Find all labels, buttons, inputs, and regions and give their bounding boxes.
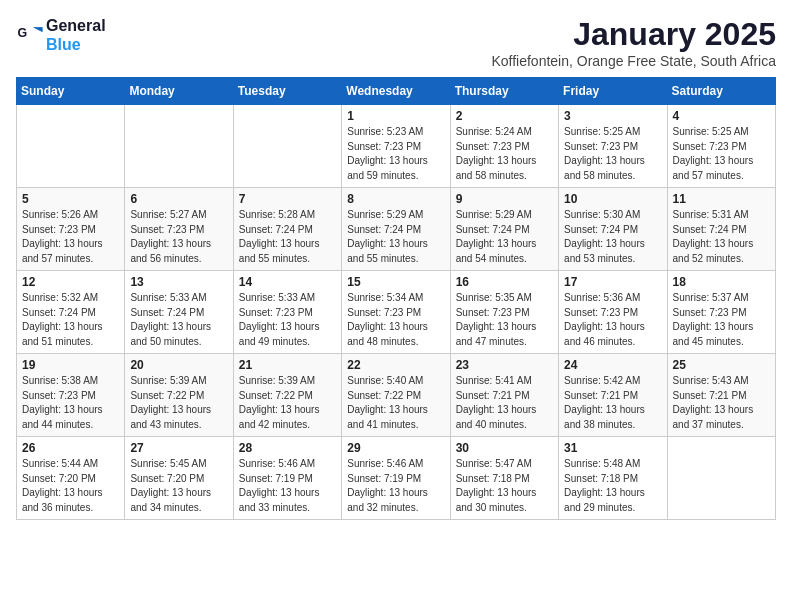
weekday-header: Monday xyxy=(125,78,233,105)
calendar-cell: 5Sunrise: 5:26 AM Sunset: 7:23 PM Daylig… xyxy=(17,188,125,271)
calendar-cell: 14Sunrise: 5:33 AM Sunset: 7:23 PM Dayli… xyxy=(233,271,341,354)
calendar-cell: 22Sunrise: 5:40 AM Sunset: 7:22 PM Dayli… xyxy=(342,354,450,437)
calendar-cell: 21Sunrise: 5:39 AM Sunset: 7:22 PM Dayli… xyxy=(233,354,341,437)
calendar-cell: 7Sunrise: 5:28 AM Sunset: 7:24 PM Daylig… xyxy=(233,188,341,271)
day-number: 1 xyxy=(347,109,444,123)
day-number: 31 xyxy=(564,441,661,455)
day-number: 6 xyxy=(130,192,227,206)
day-number: 17 xyxy=(564,275,661,289)
svg-marker-2 xyxy=(33,27,42,32)
calendar-cell xyxy=(17,105,125,188)
day-info: Sunrise: 5:32 AM Sunset: 7:24 PM Dayligh… xyxy=(22,291,119,349)
calendar-cell: 17Sunrise: 5:36 AM Sunset: 7:23 PM Dayli… xyxy=(559,271,667,354)
calendar-cell: 12Sunrise: 5:32 AM Sunset: 7:24 PM Dayli… xyxy=(17,271,125,354)
calendar-cell: 30Sunrise: 5:47 AM Sunset: 7:18 PM Dayli… xyxy=(450,437,558,520)
weekday-header: Sunday xyxy=(17,78,125,105)
calendar-cell: 19Sunrise: 5:38 AM Sunset: 7:23 PM Dayli… xyxy=(17,354,125,437)
day-number: 11 xyxy=(673,192,770,206)
calendar-week-row: 1Sunrise: 5:23 AM Sunset: 7:23 PM Daylig… xyxy=(17,105,776,188)
calendar-cell: 3Sunrise: 5:25 AM Sunset: 7:23 PM Daylig… xyxy=(559,105,667,188)
weekday-header: Tuesday xyxy=(233,78,341,105)
day-info: Sunrise: 5:39 AM Sunset: 7:22 PM Dayligh… xyxy=(130,374,227,432)
day-info: Sunrise: 5:42 AM Sunset: 7:21 PM Dayligh… xyxy=(564,374,661,432)
day-info: Sunrise: 5:46 AM Sunset: 7:19 PM Dayligh… xyxy=(239,457,336,515)
calendar-cell: 18Sunrise: 5:37 AM Sunset: 7:23 PM Dayli… xyxy=(667,271,775,354)
calendar-cell: 9Sunrise: 5:29 AM Sunset: 7:24 PM Daylig… xyxy=(450,188,558,271)
calendar-week-row: 12Sunrise: 5:32 AM Sunset: 7:24 PM Dayli… xyxy=(17,271,776,354)
day-info: Sunrise: 5:26 AM Sunset: 7:23 PM Dayligh… xyxy=(22,208,119,266)
day-number: 21 xyxy=(239,358,336,372)
calendar-week-row: 19Sunrise: 5:38 AM Sunset: 7:23 PM Dayli… xyxy=(17,354,776,437)
calendar-week-row: 5Sunrise: 5:26 AM Sunset: 7:23 PM Daylig… xyxy=(17,188,776,271)
day-info: Sunrise: 5:39 AM Sunset: 7:22 PM Dayligh… xyxy=(239,374,336,432)
day-info: Sunrise: 5:36 AM Sunset: 7:23 PM Dayligh… xyxy=(564,291,661,349)
day-info: Sunrise: 5:38 AM Sunset: 7:23 PM Dayligh… xyxy=(22,374,119,432)
calendar-cell: 4Sunrise: 5:25 AM Sunset: 7:23 PM Daylig… xyxy=(667,105,775,188)
calendar-cell: 16Sunrise: 5:35 AM Sunset: 7:23 PM Dayli… xyxy=(450,271,558,354)
logo: G General Blue xyxy=(16,16,106,54)
day-info: Sunrise: 5:23 AM Sunset: 7:23 PM Dayligh… xyxy=(347,125,444,183)
page-header: G General Blue January 2025 Koffiefontei… xyxy=(16,16,776,69)
day-number: 13 xyxy=(130,275,227,289)
day-info: Sunrise: 5:34 AM Sunset: 7:23 PM Dayligh… xyxy=(347,291,444,349)
calendar-cell: 6Sunrise: 5:27 AM Sunset: 7:23 PM Daylig… xyxy=(125,188,233,271)
weekday-header: Saturday xyxy=(667,78,775,105)
calendar-cell: 25Sunrise: 5:43 AM Sunset: 7:21 PM Dayli… xyxy=(667,354,775,437)
calendar-cell: 31Sunrise: 5:48 AM Sunset: 7:18 PM Dayli… xyxy=(559,437,667,520)
calendar-cell: 27Sunrise: 5:45 AM Sunset: 7:20 PM Dayli… xyxy=(125,437,233,520)
title-block: January 2025 Koffiefontein, Orange Free … xyxy=(491,16,776,69)
day-number: 9 xyxy=(456,192,553,206)
day-info: Sunrise: 5:30 AM Sunset: 7:24 PM Dayligh… xyxy=(564,208,661,266)
day-number: 27 xyxy=(130,441,227,455)
calendar-cell: 8Sunrise: 5:29 AM Sunset: 7:24 PM Daylig… xyxy=(342,188,450,271)
calendar-week-row: 26Sunrise: 5:44 AM Sunset: 7:20 PM Dayli… xyxy=(17,437,776,520)
day-info: Sunrise: 5:43 AM Sunset: 7:21 PM Dayligh… xyxy=(673,374,770,432)
day-number: 24 xyxy=(564,358,661,372)
day-number: 23 xyxy=(456,358,553,372)
day-info: Sunrise: 5:45 AM Sunset: 7:20 PM Dayligh… xyxy=(130,457,227,515)
day-info: Sunrise: 5:44 AM Sunset: 7:20 PM Dayligh… xyxy=(22,457,119,515)
day-number: 14 xyxy=(239,275,336,289)
day-info: Sunrise: 5:41 AM Sunset: 7:21 PM Dayligh… xyxy=(456,374,553,432)
day-number: 10 xyxy=(564,192,661,206)
calendar-cell: 15Sunrise: 5:34 AM Sunset: 7:23 PM Dayli… xyxy=(342,271,450,354)
day-info: Sunrise: 5:29 AM Sunset: 7:24 PM Dayligh… xyxy=(347,208,444,266)
svg-text:G: G xyxy=(18,26,28,40)
day-info: Sunrise: 5:47 AM Sunset: 7:18 PM Dayligh… xyxy=(456,457,553,515)
day-number: 2 xyxy=(456,109,553,123)
day-number: 26 xyxy=(22,441,119,455)
calendar-cell: 1Sunrise: 5:23 AM Sunset: 7:23 PM Daylig… xyxy=(342,105,450,188)
day-info: Sunrise: 5:40 AM Sunset: 7:22 PM Dayligh… xyxy=(347,374,444,432)
weekday-header: Wednesday xyxy=(342,78,450,105)
calendar-cell: 24Sunrise: 5:42 AM Sunset: 7:21 PM Dayli… xyxy=(559,354,667,437)
day-number: 4 xyxy=(673,109,770,123)
month-title: January 2025 xyxy=(491,16,776,53)
day-info: Sunrise: 5:33 AM Sunset: 7:23 PM Dayligh… xyxy=(239,291,336,349)
day-info: Sunrise: 5:29 AM Sunset: 7:24 PM Dayligh… xyxy=(456,208,553,266)
day-info: Sunrise: 5:48 AM Sunset: 7:18 PM Dayligh… xyxy=(564,457,661,515)
day-number: 30 xyxy=(456,441,553,455)
day-info: Sunrise: 5:28 AM Sunset: 7:24 PM Dayligh… xyxy=(239,208,336,266)
calendar-cell: 23Sunrise: 5:41 AM Sunset: 7:21 PM Dayli… xyxy=(450,354,558,437)
calendar-cell: 29Sunrise: 5:46 AM Sunset: 7:19 PM Dayli… xyxy=(342,437,450,520)
logo-icon: G xyxy=(16,21,44,49)
day-number: 18 xyxy=(673,275,770,289)
day-number: 7 xyxy=(239,192,336,206)
calendar-cell: 11Sunrise: 5:31 AM Sunset: 7:24 PM Dayli… xyxy=(667,188,775,271)
day-info: Sunrise: 5:31 AM Sunset: 7:24 PM Dayligh… xyxy=(673,208,770,266)
day-info: Sunrise: 5:33 AM Sunset: 7:24 PM Dayligh… xyxy=(130,291,227,349)
day-number: 19 xyxy=(22,358,119,372)
day-info: Sunrise: 5:46 AM Sunset: 7:19 PM Dayligh… xyxy=(347,457,444,515)
day-number: 16 xyxy=(456,275,553,289)
calendar-cell: 28Sunrise: 5:46 AM Sunset: 7:19 PM Dayli… xyxy=(233,437,341,520)
weekday-header: Thursday xyxy=(450,78,558,105)
day-info: Sunrise: 5:24 AM Sunset: 7:23 PM Dayligh… xyxy=(456,125,553,183)
day-number: 5 xyxy=(22,192,119,206)
calendar-cell: 2Sunrise: 5:24 AM Sunset: 7:23 PM Daylig… xyxy=(450,105,558,188)
location: Koffiefontein, Orange Free State, South … xyxy=(491,53,776,69)
day-number: 15 xyxy=(347,275,444,289)
day-info: Sunrise: 5:37 AM Sunset: 7:23 PM Dayligh… xyxy=(673,291,770,349)
day-info: Sunrise: 5:27 AM Sunset: 7:23 PM Dayligh… xyxy=(130,208,227,266)
logo-text: General Blue xyxy=(46,16,106,54)
day-number: 20 xyxy=(130,358,227,372)
